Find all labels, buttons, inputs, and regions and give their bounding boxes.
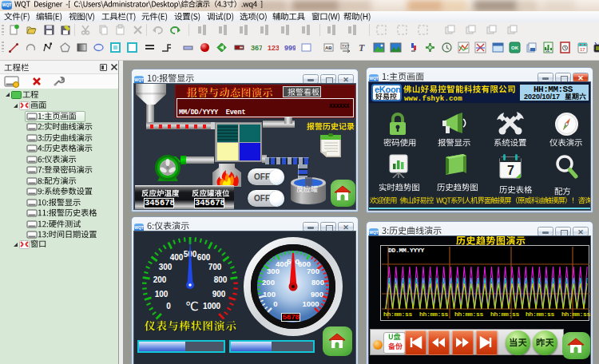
svg-text:400: 400 bbox=[170, 253, 184, 262]
svg-text:100: 100 bbox=[155, 290, 169, 299]
svg-text:600: 600 bbox=[197, 253, 211, 262]
svg-text:900: 900 bbox=[212, 290, 226, 299]
svg-text:TXT: TXT bbox=[342, 44, 349, 49]
svg-text:1000: 1000 bbox=[203, 302, 221, 311]
svg-text:17: 17 bbox=[580, 47, 585, 52]
svg-text:200: 200 bbox=[262, 278, 275, 287]
svg-text:300: 300 bbox=[159, 263, 173, 271]
svg-text:700: 700 bbox=[307, 267, 319, 275]
svg-text:JL: JL bbox=[545, 48, 550, 53]
svg-text:800: 800 bbox=[311, 278, 324, 287]
svg-text:7: 7 bbox=[507, 164, 514, 177]
svg-text:0: 0 bbox=[273, 299, 277, 308]
svg-text:900: 900 bbox=[311, 290, 323, 299]
svg-text:1000: 1000 bbox=[302, 299, 319, 308]
svg-text:0: 0 bbox=[166, 302, 171, 311]
svg-text:999: 999 bbox=[284, 44, 296, 52]
svg-text:100: 100 bbox=[263, 290, 276, 299]
svg-text:367: 367 bbox=[251, 44, 262, 52]
svg-text:T: T bbox=[359, 42, 365, 53]
svg-text:AB: AB bbox=[325, 46, 332, 50]
svg-text:700: 700 bbox=[208, 263, 222, 271]
svg-text:800: 800 bbox=[214, 275, 228, 284]
svg-text:123: 123 bbox=[268, 44, 279, 52]
svg-text:OK: OK bbox=[511, 46, 519, 50]
svg-text:200: 200 bbox=[153, 275, 167, 284]
